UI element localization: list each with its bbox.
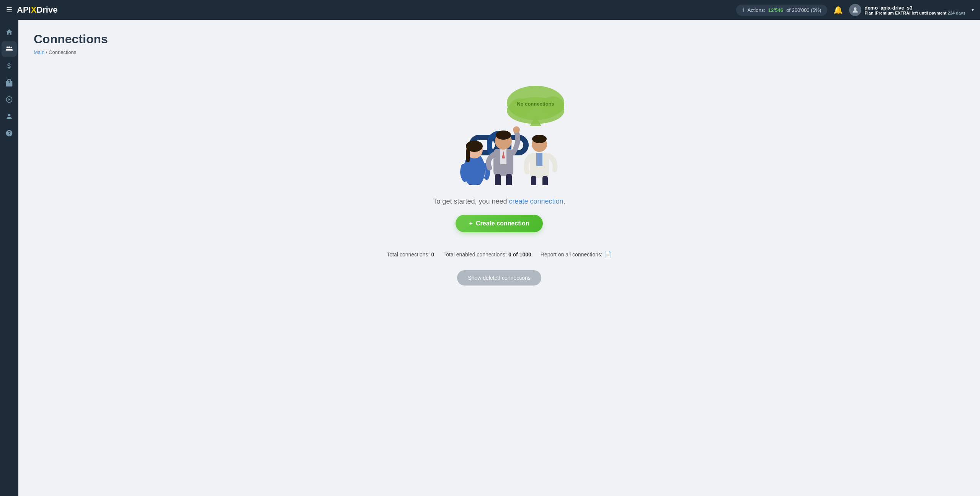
user-section[interactable]: demo_apix-drive_s3 Plan |Premium EXTRA| … [849,4,974,16]
actions-count: 12'546 [768,7,783,13]
get-started-text: To get started, you need create connecti… [433,197,565,206]
logo: APIXDrive [17,5,57,15]
total-connections-value: 0 [431,251,434,258]
page-title: Connections [34,32,965,46]
breadcrumb-separator: / [46,49,49,55]
stats-row: Total connections: 0 Total enabled conne… [387,251,611,258]
svg-rect-32 [531,176,536,185]
content-area: Connections Main / Connections [18,20,980,496]
svg-point-31 [532,135,547,143]
topnav: ☰ APIXDrive ℹ Actions: 12'546 of 200'000… [0,0,980,20]
illustration: No connections [426,78,572,185]
total-connections-stat: Total connections: 0 [387,251,434,258]
user-info: demo_apix-drive_s3 Plan |Premium EXTRA| … [864,5,965,15]
show-deleted-connections-button[interactable]: Show deleted connections [457,270,541,286]
svg-point-22 [496,131,511,140]
svg-point-0 [854,7,857,10]
menu-icon[interactable]: ☰ [6,6,12,14]
actions-total: of 200'000 (6%) [786,7,821,13]
user-plan: Plan |Premium EXTRA| left until payment … [864,11,965,15]
svg-rect-13 [466,149,470,162]
svg-rect-33 [542,176,548,185]
avatar [849,4,861,16]
enabled-connections-value: 0 of 1000 [508,251,531,258]
svg-text:No connections: No connections [517,101,554,107]
actions-label: Actions: [748,7,765,13]
create-connection-link[interactable]: create connection [509,197,564,205]
enabled-connections-stat: Total enabled connections: 0 of 1000 [443,251,531,258]
report-icon[interactable]: 📄 [604,251,612,258]
breadcrumb: Main / Connections [34,49,965,55]
sidebar-item-video[interactable] [2,92,17,107]
actions-pill: ℹ Actions: 12'546 of 200'000 (6%) [736,5,828,16]
create-btn-label: Create connection [476,220,529,227]
breadcrumb-current: Connections [49,49,76,55]
sidebar-item-billing[interactable] [2,58,17,73]
report-stat: Report on all connections: 📄 [541,251,612,258]
create-btn-icon: + [469,220,473,227]
svg-rect-25 [506,174,512,185]
sidebar-item-connections[interactable] [2,41,17,57]
info-icon: ℹ [742,7,745,14]
sidebar-item-home[interactable] [2,24,17,40]
sidebar [0,20,18,496]
svg-rect-24 [495,174,501,185]
sidebar-item-help[interactable] [2,126,17,141]
dropdown-arrow-icon: ▾ [972,7,974,13]
empty-state: No connections [34,70,965,301]
logo-api: API [17,5,31,15]
sidebar-item-tools[interactable] [2,75,17,90]
bell-icon[interactable]: 🔔 [833,5,843,15]
user-name: demo_apix-drive_s3 [864,5,965,11]
create-connection-button[interactable]: + Create connection [456,215,543,232]
sidebar-item-profile[interactable] [2,109,17,124]
breadcrumb-main-link[interactable]: Main [34,49,44,55]
svg-point-23 [513,126,520,133]
main-layout: Connections Main / Connections [0,20,980,496]
svg-rect-29 [536,153,542,166]
logo-drive: Drive [36,5,57,15]
logo-x: X [31,5,37,15]
